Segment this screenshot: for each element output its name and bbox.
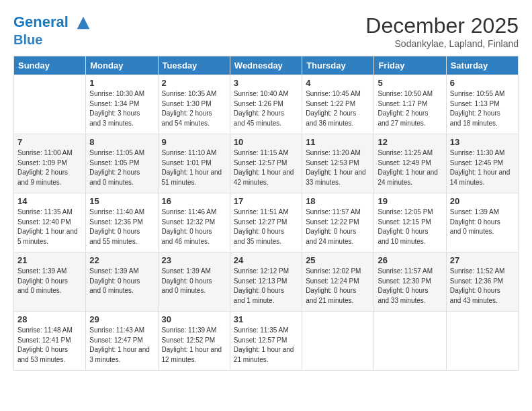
month-title: December 2025 (365, 13, 519, 38)
calendar-cell (446, 312, 518, 371)
day-number: 13 (450, 137, 515, 147)
day-number: 22 (89, 255, 154, 265)
calendar-cell: 6Sunrise: 10:55 AM Sunset: 1:13 PM Dayli… (446, 75, 518, 134)
calendar-cell: 3Sunrise: 10:40 AM Sunset: 1:26 PM Dayli… (230, 75, 302, 134)
weekday-header-friday: Friday (374, 56, 446, 75)
day-info: Sunset: 1:39 AM Daylight: 0 hours and 0 … (17, 267, 82, 296)
day-number: 17 (234, 196, 298, 206)
day-info: Sunrise: 11:10 AM Sunset: 1:01 PM Daylig… (162, 148, 226, 187)
day-number: 4 (306, 78, 370, 88)
day-info: Sunrise: 10:50 AM Sunset: 1:17 PM Daylig… (378, 89, 442, 128)
location-subtitle: Sodankylae, Lapland, Finland (365, 38, 519, 49)
calendar-cell: 25Sunrise: 12:02 PM Sunset: 12:24 PM Day… (302, 253, 374, 312)
calendar-cell: 29Sunrise: 11:43 AM Sunset: 12:47 PM Day… (86, 312, 158, 371)
day-number: 30 (162, 314, 226, 324)
day-info: Sunrise: 11:48 AM Sunset: 12:41 PM Dayli… (17, 326, 82, 365)
weekday-header-monday: Monday (86, 56, 158, 75)
calendar-cell: 24Sunrise: 12:12 PM Sunset: 12:13 PM Day… (230, 253, 302, 312)
day-info: Sunrise: 11:05 AM Sunset: 1:05 PM Daylig… (89, 148, 154, 187)
calendar-cell: 11Sunrise: 11:20 AM Sunset: 12:53 PM Day… (302, 134, 374, 193)
day-info: Sunrise: 11:40 AM Sunset: 12:36 PM Dayli… (89, 208, 154, 246)
day-number: 8 (89, 137, 154, 147)
day-info: Sunrise: 11:30 AM Sunset: 12:45 PM Dayli… (450, 148, 515, 187)
calendar-cell: 16Sunrise: 11:46 AM Sunset: 12:32 PM Day… (158, 193, 230, 253)
day-info: Sunrise: 11:43 AM Sunset: 12:47 PM Dayli… (89, 326, 154, 365)
day-number: 16 (162, 196, 226, 206)
day-number: 12 (378, 137, 442, 147)
day-info: Sunrise: 12:05 PM Sunset: 12:15 PM Dayli… (378, 208, 442, 246)
day-info: Sunrise: 10:35 AM Sunset: 1:30 PM Daylig… (162, 89, 226, 128)
calendar-cell: 12Sunrise: 11:25 AM Sunset: 12:49 PM Day… (374, 134, 446, 193)
day-info: Sunrise: 11:57 AM Sunset: 12:22 PM Dayli… (306, 208, 370, 246)
day-number: 31 (234, 314, 298, 324)
day-number: 6 (450, 78, 515, 88)
day-info: Sunrise: 11:52 AM Sunset: 12:36 PM Dayli… (450, 267, 515, 306)
weekday-header-wednesday: Wednesday (230, 56, 302, 75)
calendar-cell: 22Sunset: 1:39 AM Daylight: 0 hours and … (86, 253, 158, 312)
calendar-cell (374, 312, 446, 371)
day-number: 28 (17, 314, 82, 324)
calendar-cell: 7Sunrise: 11:00 AM Sunset: 1:09 PM Dayli… (14, 134, 86, 193)
day-number: 9 (162, 137, 226, 147)
day-info: Sunrise: 11:25 AM Sunset: 12:49 PM Dayli… (378, 148, 442, 187)
logo-line2: Blue (13, 32, 93, 47)
day-number: 1 (89, 78, 154, 88)
calendar-cell: 26Sunrise: 11:57 AM Sunset: 12:30 PM Day… (374, 253, 446, 312)
day-info: Sunrise: 11:35 AM Sunset: 12:57 PM Dayli… (234, 326, 298, 365)
calendar-cell: 10Sunrise: 11:15 AM Sunset: 12:57 PM Day… (230, 134, 302, 193)
title-block: December 2025 Sodankylae, Lapland, Finla… (365, 13, 519, 49)
day-info: Sunrise: 11:39 AM Sunset: 12:52 PM Dayli… (162, 326, 226, 365)
calendar-cell: 20Sunset: 1:39 AM Daylight: 0 hours and … (446, 193, 518, 253)
day-info: Sunset: 1:39 AM Daylight: 0 hours and 0 … (89, 267, 154, 296)
day-number: 23 (162, 255, 226, 265)
day-number: 10 (234, 137, 298, 147)
day-number: 25 (306, 255, 370, 265)
day-number: 15 (89, 196, 154, 206)
calendar-cell (14, 75, 86, 134)
day-info: Sunrise: 10:30 AM Sunset: 1:34 PM Daylig… (89, 89, 154, 128)
day-number: 18 (306, 196, 370, 206)
weekday-header-tuesday: Tuesday (158, 56, 230, 75)
day-info: Sunset: 1:39 AM Daylight: 0 hours and 0 … (162, 267, 226, 296)
calendar-cell: 28Sunrise: 11:48 AM Sunset: 12:41 PM Day… (14, 312, 86, 371)
day-info: Sunrise: 11:46 AM Sunset: 12:32 PM Dayli… (162, 208, 226, 246)
day-info: Sunrise: 11:20 AM Sunset: 12:53 PM Dayli… (306, 148, 370, 187)
calendar-cell: 17Sunrise: 11:51 AM Sunset: 12:27 PM Day… (230, 193, 302, 253)
page-header: General Blue December 2025 Sodankylae, L… (13, 13, 519, 49)
calendar-cell: 18Sunrise: 11:57 AM Sunset: 12:22 PM Day… (302, 193, 374, 253)
day-number: 21 (17, 255, 82, 265)
day-number: 2 (162, 78, 226, 88)
day-info: Sunrise: 11:51 AM Sunset: 12:27 PM Dayli… (234, 208, 298, 246)
day-number: 24 (234, 255, 298, 265)
weekday-header-sunday: Sunday (14, 56, 86, 75)
calendar-week-row: 7Sunrise: 11:00 AM Sunset: 1:09 PM Dayli… (14, 134, 519, 193)
calendar-cell: 1Sunrise: 10:30 AM Sunset: 1:34 PM Dayli… (86, 75, 158, 134)
day-number: 27 (450, 255, 515, 265)
calendar-cell: 9Sunrise: 11:10 AM Sunset: 1:01 PM Dayli… (158, 134, 230, 193)
day-info: Sunrise: 10:40 AM Sunset: 1:26 PM Daylig… (234, 89, 298, 128)
day-number: 26 (378, 255, 442, 265)
calendar-cell: 13Sunrise: 11:30 AM Sunset: 12:45 PM Day… (446, 134, 518, 193)
day-info: Sunrise: 11:00 AM Sunset: 1:09 PM Daylig… (17, 148, 82, 187)
calendar-week-row: 1Sunrise: 10:30 AM Sunset: 1:34 PM Dayli… (14, 75, 519, 134)
day-info: Sunrise: 11:35 AM Sunset: 12:40 PM Dayli… (17, 208, 82, 246)
calendar-cell: 14Sunrise: 11:35 AM Sunset: 12:40 PM Day… (14, 193, 86, 253)
day-number: 7 (17, 137, 82, 147)
calendar-cell: 21Sunset: 1:39 AM Daylight: 0 hours and … (14, 253, 86, 312)
day-info: Sunrise: 10:55 AM Sunset: 1:13 PM Daylig… (450, 89, 515, 128)
day-number: 5 (378, 78, 442, 88)
weekday-header-saturday: Saturday (446, 56, 518, 75)
logo-text: General (13, 13, 93, 32)
calendar-cell: 4Sunrise: 10:45 AM Sunset: 1:22 PM Dayli… (302, 75, 374, 134)
calendar-week-row: 14Sunrise: 11:35 AM Sunset: 12:40 PM Day… (14, 193, 519, 253)
day-info: Sunrise: 11:57 AM Sunset: 12:30 PM Dayli… (378, 267, 442, 306)
calendar-cell: 2Sunrise: 10:35 AM Sunset: 1:30 PM Dayli… (158, 75, 230, 134)
day-number: 29 (89, 314, 154, 324)
calendar-cell: 23Sunset: 1:39 AM Daylight: 0 hours and … (158, 253, 230, 312)
calendar-cell: 8Sunrise: 11:05 AM Sunset: 1:05 PM Dayli… (86, 134, 158, 193)
calendar-week-row: 21Sunset: 1:39 AM Daylight: 0 hours and … (14, 253, 519, 312)
day-info: Sunrise: 11:15 AM Sunset: 12:57 PM Dayli… (234, 148, 298, 187)
calendar-cell: 5Sunrise: 10:50 AM Sunset: 1:17 PM Dayli… (374, 75, 446, 134)
day-info: Sunset: 1:39 AM Daylight: 0 hours and 0 … (450, 208, 515, 237)
day-info: Sunrise: 12:02 PM Sunset: 12:24 PM Dayli… (306, 267, 370, 306)
